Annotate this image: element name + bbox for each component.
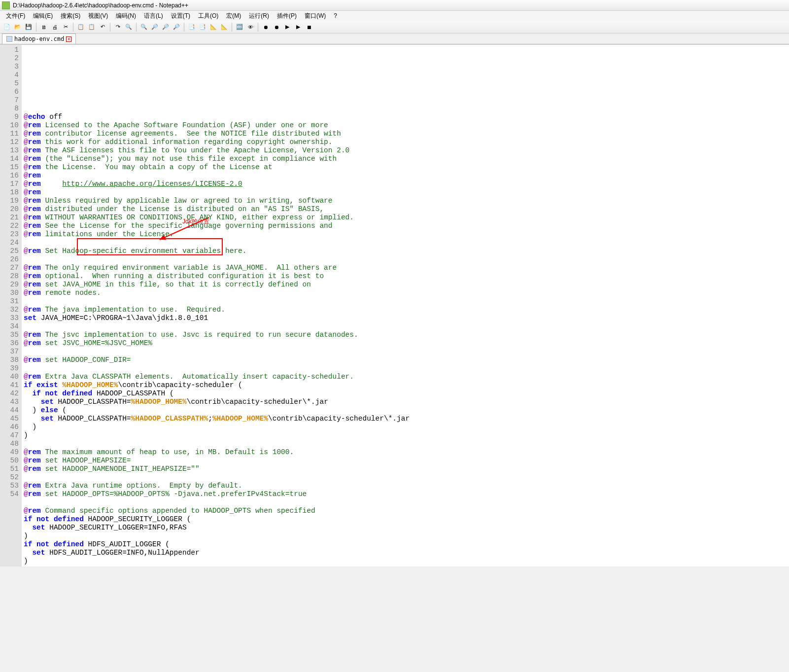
toolbar-button[interactable]: 🔎 (150, 22, 160, 32)
toolbar-button[interactable]: 🔤 (235, 22, 244, 32)
code-line[interactable]: @echo off (24, 113, 789, 121)
menu-item[interactable]: 语言(L) (140, 11, 167, 21)
code-line[interactable]: @rem Unless required by applicable law o… (24, 197, 789, 205)
close-icon[interactable]: × (66, 36, 71, 42)
code-line[interactable]: @rem The ASF licenses this file to You u… (24, 146, 789, 155)
toolbar-button[interactable]: ▶ (293, 22, 303, 32)
code-line[interactable]: ) (24, 532, 789, 540)
code-line[interactable] (24, 498, 789, 507)
toolbar-button[interactable]: ↶ (98, 22, 107, 32)
code-line[interactable]: if not defined HADOOP_CLASSPATH ( (24, 389, 789, 398)
code-line[interactable] (24, 473, 789, 482)
toolbar-button[interactable]: ↷ (113, 22, 123, 32)
code-line[interactable]: if exist %HADOOP_HOME%\contrib\capacity-… (24, 381, 789, 389)
code-line[interactable]: set HDFS_AUDIT_LOGGER=INFO,NullAppender (24, 549, 789, 557)
code-line[interactable]: @rem limitations under the License. (24, 230, 789, 239)
code-line[interactable]: @rem set JAVA_HOME in this file, so that… (24, 281, 789, 289)
menu-item[interactable]: 设置(T) (167, 11, 194, 21)
menu-item[interactable]: 编辑(E) (29, 11, 57, 21)
toolbar-button[interactable]: 🖨 (50, 22, 60, 32)
toolbar-button[interactable]: 🔎 (161, 22, 171, 32)
toolbar-button[interactable]: 📑 (198, 22, 207, 32)
menu-item[interactable]: 视图(V) (84, 11, 112, 21)
code-line[interactable]: set HADOOP_SECURITY_LOGGER=INFO,RFAS (24, 524, 789, 532)
code-line[interactable]: @rem The only required environment varia… (24, 264, 789, 272)
code-line[interactable]: @rem (24, 188, 789, 197)
code-line[interactable]: @rem remote nodes. (24, 289, 789, 297)
menu-item[interactable]: 插件(P) (273, 11, 301, 21)
code-line[interactable]: @rem optional. When running a distribute… (24, 272, 789, 281)
menu-item[interactable]: 运行(R) (245, 11, 273, 21)
toolbar-button[interactable]: 📋 (76, 22, 86, 32)
code-content[interactable]: Jdk的位置 @echo off@rem Licensed to the Apa… (22, 45, 789, 566)
code-line[interactable]: if not defined HADOOP_SECURITY_LOGGER ( (24, 515, 789, 524)
code-line[interactable]: @rem set HADOOP_CONF_DIR= (24, 356, 789, 364)
code-line[interactable]: if not defined HDFS_AUDIT_LOGGER ( (24, 540, 789, 549)
editor[interactable]: 1234567891011121314151617181920212223242… (0, 44, 789, 566)
code-line[interactable]: @rem (24, 172, 789, 180)
toolbar-button[interactable]: 🔍 (139, 22, 149, 32)
toolbar-button[interactable]: 📋 (87, 22, 97, 32)
toolbar-button[interactable]: ⏹ (304, 22, 314, 32)
code-line[interactable]: @rem See the License for the specific la… (24, 222, 789, 230)
toolbar-button[interactable]: 📐 (208, 22, 218, 32)
code-line[interactable]: @rem set HADOOP_HEAPSIZE= (24, 457, 789, 465)
code-line[interactable]: @rem contributor license agreements. See… (24, 130, 789, 138)
code-line[interactable]: @rem The java implementation to use. Req… (24, 306, 789, 314)
code-line[interactable]: @rem (the "License"); you may not use th… (24, 155, 789, 163)
toolbar-button[interactable]: 🗎 (39, 22, 49, 32)
file-icon (6, 36, 12, 42)
toolbar-button[interactable]: 📄 (2, 22, 12, 32)
tab-active[interactable]: hadoop-env.cmd × (2, 34, 76, 44)
toolbar-button[interactable]: 📂 (13, 22, 23, 32)
toolbar: 📄📂💾🗎🖨✂📋📋↶↷🔍🔍🔎🔎🔎📑📑📐📐🔤👁⏺⏺▶▶⏹ (0, 21, 789, 34)
code-line[interactable]: @rem Extra Java runtime options. Empty b… (24, 482, 789, 490)
code-line[interactable] (24, 364, 789, 373)
code-line[interactable] (24, 255, 789, 264)
code-line[interactable]: @rem Licensed to the Apache Software Fou… (24, 121, 789, 130)
code-line[interactable]: @rem The jsvc implementation to use. Jsv… (24, 331, 789, 339)
toolbar-button[interactable]: 📐 (219, 22, 229, 32)
toolbar-button[interactable]: 🔍 (124, 22, 134, 32)
menu-item[interactable]: 编码(N) (112, 11, 140, 21)
code-line[interactable]: @rem http://www.apache.org/licenses/LICE… (24, 180, 789, 188)
code-line[interactable] (24, 322, 789, 331)
menu-item[interactable]: 文件(F) (2, 11, 29, 21)
code-line[interactable]: @rem Command specific options appended t… (24, 507, 789, 515)
code-line[interactable] (24, 297, 789, 306)
code-line[interactable]: ) (24, 557, 789, 566)
code-line[interactable]: @rem this work for additional informatio… (24, 138, 789, 146)
menu-item[interactable]: 工具(O) (194, 11, 222, 21)
code-line[interactable]: set JAVA_HOME=C:\PROGRA~1\Java\jdk1.8.0_… (24, 314, 789, 322)
code-line[interactable]: @rem distributed under the License is di… (24, 205, 789, 213)
toolbar-button[interactable]: ⏺ (261, 22, 271, 32)
code-line[interactable]: ) else ( (24, 406, 789, 415)
code-line[interactable]: @rem Extra Java CLASSPATH elements. Auto… (24, 373, 789, 381)
toolbar-button[interactable]: 💾 (24, 22, 34, 32)
toolbar-button[interactable]: 👁 (245, 22, 255, 32)
toolbar-button[interactable]: 📑 (187, 22, 197, 32)
toolbar-button[interactable]: ✂ (61, 22, 70, 32)
code-line[interactable]: @rem The maximum amount of heap to use, … (24, 448, 789, 457)
toolbar-button[interactable]: ▶ (282, 22, 292, 32)
code-line[interactable]: set HADOOP_CLASSPATH=%HADOOP_CLASSPATH%;… (24, 415, 789, 423)
code-line[interactable] (24, 440, 789, 448)
code-line[interactable] (24, 239, 789, 247)
code-line[interactable]: @rem set HADOOP_OPTS=%HADOOP_OPTS% -Djav… (24, 490, 789, 498)
code-line[interactable]: @rem Set Hadoop-specific environment var… (24, 247, 789, 255)
code-line[interactable]: ) (24, 423, 789, 431)
code-line[interactable]: ) (24, 431, 789, 440)
toolbar-button[interactable]: ⏺ (272, 22, 281, 32)
code-line[interactable]: @rem WITHOUT WARRANTIES OR CONDITIONS OF… (24, 213, 789, 222)
code-line[interactable]: @rem set JSVC_HOME=%JSVC_HOME% (24, 339, 789, 348)
toolbar-button[interactable]: 🔎 (172, 22, 181, 32)
window-titlebar: D:\Hadoop\hadoop-2.6.4\etc\hadoop\hadoop… (0, 0, 789, 11)
menu-item[interactable]: 宏(M) (222, 11, 245, 21)
menu-item[interactable]: 窗口(W) (301, 11, 330, 21)
menu-item[interactable]: ? (330, 11, 341, 20)
code-line[interactable]: @rem set HADOOP_NAMENODE_INIT_HEAPSIZE="… (24, 465, 789, 473)
menu-item[interactable]: 搜索(S) (57, 11, 84, 21)
code-line[interactable]: @rem the License. You may obtain a copy … (24, 163, 789, 172)
code-line[interactable] (24, 348, 789, 356)
code-line[interactable]: set HADOOP_CLASSPATH=%HADOOP_HOME%\contr… (24, 398, 789, 406)
